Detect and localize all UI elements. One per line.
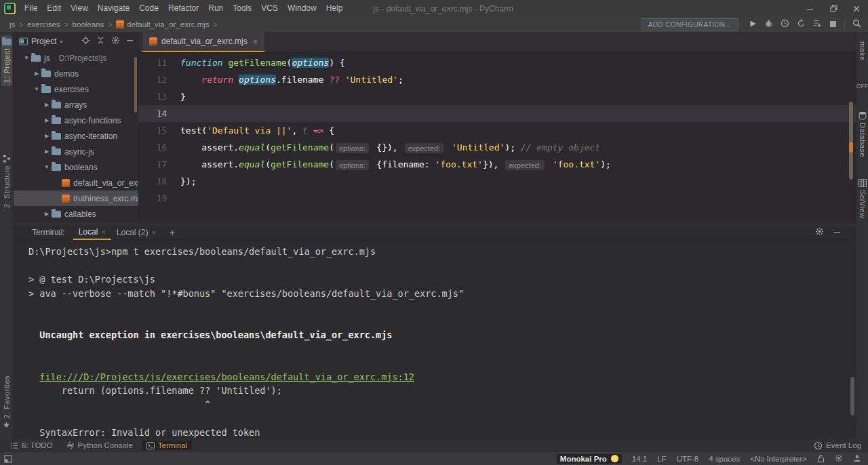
settings-button[interactable]: [111, 36, 120, 47]
unlock-button[interactable]: [817, 454, 825, 464]
locate-button[interactable]: [81, 36, 90, 47]
tree-expanded-arrow-icon[interactable]: ▼: [42, 164, 52, 170]
stripe-button-off[interactable]: OFF: [856, 79, 868, 93]
breadcrumb-item-booleans[interactable]: booleans: [71, 20, 106, 28]
line-number[interactable]: 15: [138, 122, 180, 139]
breadcrumb-item-exercises[interactable]: exercises: [26, 20, 62, 28]
hide-button[interactable]: [126, 37, 134, 46]
editor-line-16[interactable]: 16 assert.equal(getFilename(options: {})…: [138, 139, 856, 156]
terminal-scrollbar[interactable]: [850, 377, 854, 416]
menu-navigate[interactable]: Navigate: [93, 0, 134, 17]
file-encoding[interactable]: UTF-8: [677, 455, 699, 463]
line-number[interactable]: 13: [138, 88, 180, 105]
close-button[interactable]: [845, 0, 868, 17]
editor-tab[interactable]: default_via_or_exrc.mjs ×: [142, 32, 264, 52]
tree-collapsed-arrow-icon[interactable]: ▶: [42, 211, 52, 217]
editor-line-15[interactable]: 15test('Default via ||', t => {: [138, 122, 856, 139]
tree-item-arrays[interactable]: ▶arrays: [14, 97, 138, 113]
close-icon[interactable]: ×: [101, 228, 105, 236]
stripe-button-make[interactable]: make: [858, 38, 867, 64]
line-number[interactable]: 16: [138, 139, 180, 156]
tree-collapsed-arrow-icon[interactable]: ▶: [42, 102, 52, 108]
stripe-button-2-favorites[interactable]: 2: Favorites★: [2, 372, 12, 432]
tree-expanded-arrow-icon[interactable]: ▼: [32, 86, 41, 92]
event-log-button[interactable]: Event Log: [814, 441, 861, 450]
stripe-button-2-structure[interactable]: 2: Structure: [2, 151, 12, 211]
menu-run[interactable]: Run: [203, 0, 228, 17]
editor-line-17[interactable]: 17 assert.equal(getFilename(options: {fi…: [138, 156, 856, 173]
editor-code[interactable]: 11function getFilename(options) {12 retu…: [138, 53, 856, 224]
terminal-tab-local[interactable]: Local×: [73, 224, 111, 240]
stripe-button-1-project[interactable]: 1: Project: [1, 35, 12, 86]
line-number[interactable]: 14: [138, 105, 180, 122]
editor-scrollbar[interactable]: [849, 102, 853, 180]
tool-button-terminal[interactable]: Terminal: [142, 441, 192, 450]
user-button[interactable]: [853, 454, 861, 464]
interpreter-selector[interactable]: <No interpreter>: [750, 455, 807, 463]
tree-collapsed-arrow-icon[interactable]: ▶: [42, 133, 52, 139]
menu-file[interactable]: File: [20, 0, 42, 17]
run-configurations-button[interactable]: [813, 18, 822, 31]
tree-item-async-iteration[interactable]: ▶async-iteration: [14, 128, 138, 144]
terminal-link[interactable]: file:///D:/Projects/js/exercises/boolean…: [28, 370, 856, 384]
menu-edit[interactable]: Edit: [42, 0, 66, 17]
editor-line-19[interactable]: 19: [138, 190, 856, 207]
tree-collapsed-arrow-icon[interactable]: ▶: [42, 148, 52, 155]
menu-help[interactable]: Help: [321, 0, 348, 17]
menu-tools[interactable]: Tools: [228, 0, 256, 17]
project-scrollbar[interactable]: [134, 57, 137, 113]
tree-expanded-arrow-icon[interactable]: ▼: [22, 55, 31, 61]
tree-item-js[interactable]: ▼jsD:\Projects\js: [14, 50, 138, 66]
run-button[interactable]: [749, 18, 757, 31]
settings-button[interactable]: [815, 226, 824, 239]
menu-code[interactable]: Code: [134, 0, 163, 17]
editor-line-13[interactable]: 13}: [138, 88, 856, 105]
add-configuration-button[interactable]: ADD CONFIGURATION...: [642, 18, 738, 31]
line-number[interactable]: 11: [138, 54, 180, 71]
ide-settings-button[interactable]: [835, 454, 843, 464]
tree-item-default-via-or-exrc-mjs[interactable]: default_via_or_exrc.mjs: [14, 175, 138, 190]
editor-line-18[interactable]: 18});: [138, 173, 856, 190]
tab-close-icon[interactable]: ×: [253, 37, 258, 47]
caret-position[interactable]: 14:1: [632, 455, 647, 463]
hide-button[interactable]: [833, 226, 841, 239]
profiler-button[interactable]: [781, 18, 789, 31]
minimize-button[interactable]: [799, 0, 822, 17]
search-button[interactable]: [852, 18, 861, 31]
tree-item-truthiness-exrc-mjs[interactable]: truthiness_exrc.mjs: [14, 190, 138, 206]
stop-button[interactable]: [829, 18, 837, 31]
editor-line-12[interactable]: 12 return options.filename ?? 'Untitled'…: [138, 71, 856, 88]
menu-vcs[interactable]: VCS: [256, 0, 283, 17]
tree-collapsed-arrow-icon[interactable]: ▶: [42, 117, 52, 123]
debug-button[interactable]: [764, 18, 773, 31]
tool-button-python-console[interactable]: Python Console: [62, 441, 138, 450]
tree-item-callables[interactable]: ▶callables: [14, 206, 138, 222]
line-number[interactable]: 17: [138, 156, 180, 173]
breadcrumb-item-js[interactable]: js: [8, 20, 16, 28]
tree-item-demos[interactable]: ▶demos: [14, 66, 138, 81]
tree-collapsed-arrow-icon[interactable]: ▶: [32, 70, 41, 77]
tree-item-async-js[interactable]: ▶async-js: [14, 144, 138, 159]
terminal-tab-local-2[interactable]: Local (2)×: [111, 224, 161, 240]
collapse-all-button[interactable]: [96, 36, 105, 47]
new-terminal-tab-button[interactable]: +: [164, 227, 180, 238]
tree-item-async-functions[interactable]: ▶async-functions: [14, 113, 138, 128]
tree-item-booleans[interactable]: ▼booleans: [14, 159, 138, 175]
menu-window[interactable]: Window: [283, 0, 321, 17]
editor-line-11[interactable]: 11function getFilename(options) {: [138, 54, 856, 71]
line-number[interactable]: 18: [138, 173, 180, 190]
coverage-button[interactable]: [797, 18, 806, 31]
breadcrumb-item-default-via-or-exrc-mjs[interactable]: default_via_or_exrc.mjs: [115, 20, 210, 28]
terminal-output[interactable]: D:\Projects\js>npm t exercises/booleans/…: [14, 241, 856, 439]
tool-button-6-todo[interactable]: 6: TODO: [5, 441, 58, 450]
menu-view[interactable]: View: [66, 0, 93, 17]
stripe-button-database[interactable]: Database: [858, 108, 867, 161]
maximize-button[interactable]: [822, 0, 845, 17]
indent-size[interactable]: 4 spaces: [709, 455, 740, 463]
editor-line-14[interactable]: 14: [138, 105, 856, 122]
line-number[interactable]: 12: [138, 71, 180, 88]
project-panel-title[interactable]: Project: [31, 37, 56, 46]
tree-item-exercises[interactable]: ▼exercises: [14, 81, 138, 97]
stripe-button-sciview[interactable]: SciView: [858, 176, 867, 222]
line-separator[interactable]: LF: [657, 455, 666, 463]
